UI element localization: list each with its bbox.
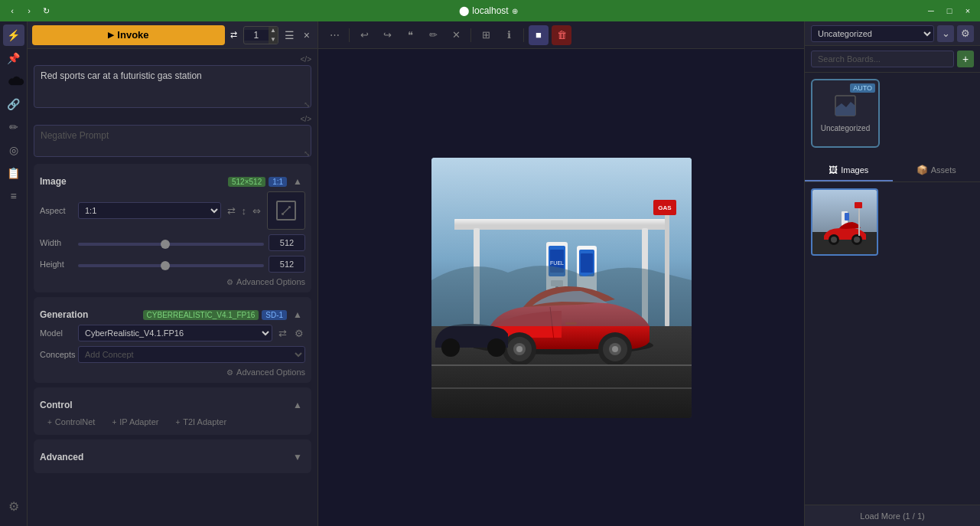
svg-rect-4 [454,225,669,230]
toolbar-color-button[interactable]: ■ [529,25,549,45]
model-select[interactable]: CyberRealistic_V4.1.FP16 [78,325,272,341]
load-more-bar[interactable]: Load More (1 / 1) [805,505,980,526]
model-settings-icon[interactable]: ⚙ [293,326,305,341]
svg-point-43 [831,237,837,243]
sidebar-item-pin[interactable]: 📌 [3,47,24,69]
t2i-adapter-tab[interactable]: + T2I Adapter [168,415,234,429]
generation-collapse-button[interactable]: ▲ [290,309,305,320]
svg-point-29 [441,338,460,357]
model-label: Model [40,328,73,338]
negative-code-icon[interactable]: </> [301,115,311,123]
close-panel-button[interactable]: × [301,28,313,43]
images-tab[interactable]: 🖼 Images [805,160,893,181]
thumbnail-item[interactable] [811,188,878,256]
collapse-right-button[interactable]: ⌄ [937,25,954,42]
sidebar-item-lightning[interactable]: ⚡ [3,25,24,46]
image-collapse-button[interactable]: ▲ [290,176,305,187]
negative-resize-handle[interactable]: ⤡ [304,149,310,158]
svg-text:FUEL: FUEL [550,260,564,266]
center-canvas[interactable]: FUEL [318,49,804,526]
stepper-down[interactable]: ▼ [269,35,278,44]
sd-badge: SD-1 [262,310,287,320]
controlnet-plus-icon: + [47,418,52,426]
toolbar-info-button[interactable]: ℹ [499,25,519,45]
sidebar-item-list[interactable]: ≡ [3,185,24,207]
thumb-image-svg [812,190,878,256]
gear-button[interactable]: ⚙ [3,495,24,517]
assets-tab[interactable]: 📦 Assets [893,160,981,181]
board-icon [834,94,857,121]
flip-icon[interactable]: ↕ [240,204,249,218]
ip-adapter-tab[interactable]: + IP Adapter [104,415,166,429]
toolbar-close-button[interactable]: ✕ [446,25,466,45]
stepper-up[interactable]: ▲ [269,26,278,35]
concepts-row: Concepts Add Concept [40,346,305,363]
browser-icon: ⬤ [459,5,469,16]
concepts-label: Concepts [40,350,73,359]
aspect-row: Aspect 1:1 16:9 4:3 ⇄ ↕ ⇔ [40,191,305,230]
refresh-icon[interactable]: ↻ [40,5,52,17]
height-input[interactable]: 512 [269,256,305,273]
windowclose-icon[interactable]: × [962,5,974,17]
gen-adv-icon: ⚙ [226,368,233,377]
controlnet-tab[interactable]: + ControlNet [40,415,103,429]
spacer [805,262,980,505]
sidebar-item-circle[interactable]: ◎ [3,139,24,161]
count-input[interactable]: 1 [244,30,269,41]
image-advanced-options-row[interactable]: ⚙ Advanced Options [40,277,305,286]
advanced-section-header: Advanced ▼ [40,452,305,462]
positive-prompt-textarea[interactable]: Red sports car at a futuristic gas stati… [34,65,311,108]
thumbnail-grid [805,182,980,262]
svg-point-27 [612,346,618,352]
width-input[interactable]: 512 [269,234,305,251]
model-sync-icon[interactable]: ⇄ [277,326,288,341]
maximize-icon[interactable]: □ [943,5,956,17]
images-tab-icon: 🖼 [829,165,838,175]
aspect-label: Aspect [40,206,73,215]
invoke-button[interactable]: ▶ Invoke [32,25,225,45]
height-slider[interactable] [78,264,264,267]
code-icon[interactable]: </> [301,55,311,64]
aspect-select[interactable]: 1:1 16:9 4:3 [78,202,221,219]
toolbar-redo-button[interactable]: ↪ [377,25,397,45]
back-icon[interactable]: ‹ [6,5,18,17]
sidebar-item-pencil[interactable]: ✏ [3,116,24,138]
car-image-svg: FUEL [431,158,692,418]
settings-right-button[interactable]: ⚙ [957,25,974,42]
swap-icon[interactable]: ⇄ [228,29,240,41]
resize-icon[interactable]: ⇔ [251,204,262,218]
control-collapse-button[interactable]: ▲ [290,400,305,410]
toolbar-draw-button[interactable]: ✏ [423,25,443,45]
sidebar-item-link[interactable]: 🔗 [3,93,24,115]
panel-content: </> Red sports car at a futuristic gas s… [28,49,317,526]
lock-icon[interactable]: ⇄ [226,204,237,218]
advanced-collapse-button[interactable]: ▼ [290,452,305,462]
add-board-button[interactable]: + [957,51,974,67]
toolbar-more-button[interactable]: ⋯ [324,25,344,45]
negative-prompt-wrap: </> ⤡ [34,115,311,159]
concepts-select[interactable]: Add Concept [78,346,305,363]
toolbar-delete-button[interactable]: 🗑 [552,25,571,45]
generation-advanced-options-row[interactable]: ⚙ Advanced Options [40,368,305,377]
toolbar-grid-button[interactable]: ⊞ [476,25,496,45]
invoke-label: Invoke [117,29,148,41]
category-select[interactable]: Uncategorized [811,25,934,42]
minimize-icon[interactable]: ─ [925,5,937,17]
uncategorized-board-card[interactable]: AUTO Uncategorized [811,79,880,148]
forward-icon[interactable]: › [23,5,35,17]
count-input-wrap: 1 ▲ ▼ [243,26,278,44]
sidebar-item-clipboard[interactable]: 📋 [3,162,24,184]
toolbar-quote-button[interactable]: ❝ [400,25,420,45]
negative-prompt-label-row: </> [34,115,311,123]
list-view-button[interactable]: ☰ [282,28,298,43]
width-slider[interactable] [78,243,264,246]
control-section-title: Control [40,400,73,410]
resize-handle[interactable]: ⤡ [304,100,310,109]
left-panel: ▶ Invoke ⇄ 1 ▲ ▼ ☰ × </> Red sports car [28,21,318,526]
toolbar-undo-button[interactable]: ↩ [354,25,374,45]
board-search-input[interactable] [811,51,954,67]
right-tabs: 🖼 Images 📦 Assets [805,160,980,182]
auto-badge: AUTO [850,83,875,93]
negative-prompt-textarea[interactable] [34,125,311,157]
sidebar-item-cloud[interactable] [3,70,24,92]
